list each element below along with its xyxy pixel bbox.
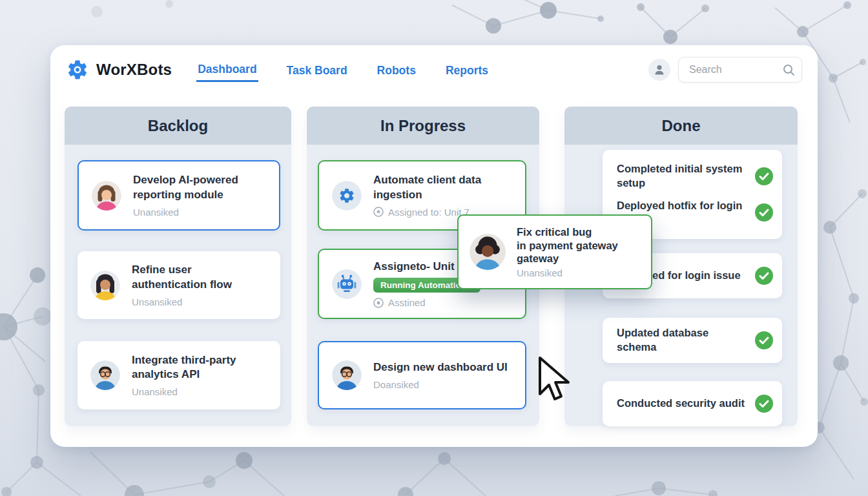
main-nav: Dashboard Task Board Robots Reports [196,57,490,82]
gear-logo-icon [66,58,89,81]
check-icon [755,203,773,222]
task-subtitle: Doansiked [373,379,419,390]
task-card-design-dashboard[interactable]: Design new dashboard UI Doansiked [318,341,526,409]
check-icon [755,267,773,285]
done-task-title: Conducted security audit [617,397,749,411]
task-title: Automate client data ingestion [373,173,515,202]
assigned-star-icon [373,207,384,217]
task-title: Fix critical bug in payment gateway gate… [517,225,642,265]
column-in-progress-header: In Progress [307,107,539,145]
task-title: Integrate third-party analytics API [132,353,270,382]
brand-name: WorXBots [96,61,172,79]
dragging-card-fix-critical-bug[interactable]: Fix critical bug in payment gateway gate… [457,214,652,289]
app-window: WorXBots Dashboard Task Board Robots Rep… [50,45,818,447]
search-box[interactable] [678,57,802,83]
task-title: Develop AI-powered reporting module [133,173,269,202]
task-subtitle: Unansiked [132,386,178,397]
top-navigation-bar: WorXBots Dashboard Task Board Robots Rep… [50,45,818,94]
nav-robots[interactable]: Robots [376,59,417,81]
task-subtitle: Unsansiked [132,296,182,307]
task-card-integrate-analytics[interactable]: Integrate third-party analytics API Unan… [78,341,280,409]
task-meta: Assigned to: Unit 7 [388,207,470,218]
task-subtitle: Unansiked [133,207,179,218]
assignee-avatar-gear-bot [332,181,362,211]
nav-task-board[interactable]: Task Board [285,59,349,81]
user-avatar[interactable] [648,59,670,81]
column-backlog-header: Backlog [65,107,291,145]
assignee-avatar-man-glasses-2 [332,360,362,390]
assignee-avatar-woman-black-hair [90,271,120,300]
assignee-avatar-woman-brown-hair [92,181,121,211]
search-input[interactable] [688,63,783,76]
task-card-develop-ai-reporting[interactable]: Develop AI-powered reporting module Unan… [78,160,280,231]
task-meta: Asstined [388,297,426,308]
nav-reports[interactable]: Reports [444,59,490,81]
column-done-header: Done [564,107,798,145]
task-title: Design new dashboard UI [373,360,515,375]
assignee-avatar-robot [332,269,362,299]
search-icon [783,64,795,76]
assigned-target-icon [373,298,384,308]
assignee-avatar-man-glasses [90,360,120,390]
check-icon [755,395,773,413]
task-card-refine-auth[interactable]: Refine user authentication flow Unsansik… [78,251,280,319]
task-title: Refine user authentication flow [132,263,270,291]
task-subtitle: Unansiked [517,267,563,278]
done-card-security-audit[interactable]: Conducted security audit [603,381,782,426]
nav-dashboard[interactable]: Dashboard [196,57,258,82]
done-task-title: Completed initial system setup [617,162,749,191]
check-icon [755,331,773,349]
person-icon [652,63,666,77]
brand-logo[interactable]: WorXBots [66,58,172,81]
assignee-avatar-afro-woman [470,234,506,270]
done-task-title: Updated database schema [617,326,749,355]
done-card-database-schema[interactable]: Updated database schema [603,318,782,363]
check-icon [755,167,773,185]
